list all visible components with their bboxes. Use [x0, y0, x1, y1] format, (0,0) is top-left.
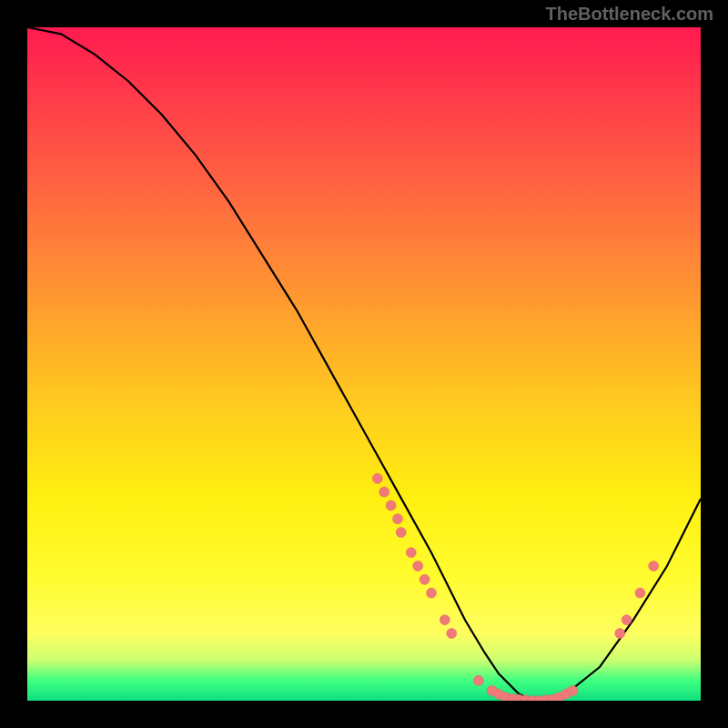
- data-marker: [635, 588, 645, 598]
- bottleneck-curve: [27, 27, 701, 701]
- data-marker: [379, 487, 389, 497]
- data-marker: [615, 629, 625, 639]
- data-marker: [372, 473, 382, 483]
- data-marker: [473, 675, 483, 685]
- data-marker: [622, 615, 632, 625]
- data-marker: [440, 615, 450, 625]
- data-marker: [568, 685, 578, 695]
- data-marker: [413, 561, 423, 571]
- data-marker: [386, 500, 396, 511]
- data-marker: [447, 629, 457, 639]
- data-marker: [420, 574, 430, 584]
- chart-container: TheBottleneck.com: [0, 0, 728, 728]
- markers-group: [372, 473, 658, 701]
- data-marker: [393, 514, 403, 524]
- data-marker: [649, 561, 659, 571]
- attribution-label: TheBottleneck.com: [546, 4, 713, 25]
- plot-area: [27, 27, 701, 701]
- curve-svg: [27, 27, 701, 701]
- data-marker: [396, 528, 406, 538]
- data-marker: [427, 588, 437, 598]
- data-marker: [406, 548, 416, 558]
